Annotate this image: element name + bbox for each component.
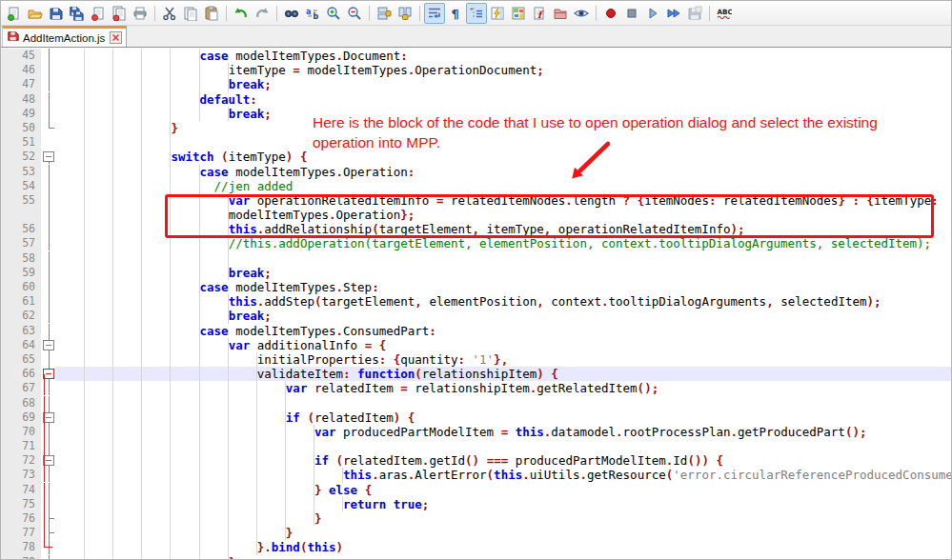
code-line[interactable]: case modelItemTypes.ConsumedPart:	[56, 324, 951, 338]
code-line[interactable]: switch (itemType) {	[56, 150, 951, 164]
code-line[interactable]: //this.addOperation(targetElement, eleme…	[56, 236, 951, 250]
function-list-icon[interactable]: f	[529, 3, 550, 24]
code-line[interactable]: } else {	[56, 483, 951, 497]
code-row: 73 this.aras.AlertError(this.uiUtils.get…	[1, 468, 951, 482]
spell-check-icon[interactable]: ABC	[714, 3, 735, 24]
code-line[interactable]: var relatedItem = relationshipItem.getRe…	[56, 381, 951, 395]
indent-guide-icon[interactable]	[466, 3, 487, 24]
show-all-chars-icon[interactable]: ¶	[445, 3, 466, 24]
code-line[interactable]: //jen added	[56, 179, 951, 193]
code-line[interactable]: case modelItemTypes.Step:	[56, 280, 951, 294]
code-line[interactable]	[56, 396, 951, 410]
play-macro-icon[interactable]	[642, 3, 663, 24]
zoom-in-icon[interactable]	[323, 3, 344, 24]
code-line[interactable]: }	[56, 526, 951, 540]
fold-toggle-icon[interactable]	[41, 338, 56, 352]
paste-icon[interactable]	[201, 3, 222, 24]
code-line[interactable]: var operationRelatedItemInfo = relatedIt…	[56, 193, 951, 208]
cut-icon[interactable]	[159, 3, 180, 24]
line-number: 69	[1, 410, 41, 425]
copy-icon[interactable]	[180, 3, 201, 24]
fold-toggle-icon[interactable]	[41, 150, 56, 164]
fold-margin	[41, 511, 56, 526]
code-editor[interactable]: 45 case modelItemTypes.Document:46 itemT…	[1, 49, 951, 559]
code-line[interactable]: break;	[56, 77, 951, 91]
tab-close-icon[interactable]	[110, 31, 122, 44]
stop-macro-icon[interactable]	[621, 3, 642, 24]
fold-toggle-icon[interactable]	[41, 410, 56, 425]
code-line[interactable]: break;	[56, 266, 951, 280]
line-number: 70	[1, 425, 41, 439]
code-line[interactable]: var producedPartModelItem = this.datamod…	[56, 425, 951, 439]
line-number: 63	[1, 324, 41, 338]
zoom-out-icon[interactable]	[344, 3, 365, 24]
folder-workspace-icon[interactable]	[550, 3, 571, 24]
code-line[interactable]: this.aras.AlertError(this.uiUtils.getRes…	[56, 468, 951, 482]
redo-icon[interactable]	[252, 3, 273, 24]
line-number: 52	[1, 150, 41, 164]
code-line[interactable]: if (relatedItem) {	[56, 410, 951, 425]
line-number: 49	[1, 107, 41, 121]
code-line[interactable]: this.addRelationship(targetElement, item…	[56, 222, 951, 236]
code-line[interactable]: };	[56, 555, 951, 560]
code-line[interactable]	[56, 135, 951, 150]
code-row: 56 this.addRelationship(targetElement, i…	[1, 222, 951, 236]
code-line[interactable]: if (relatedItem.getId() === producedPart…	[56, 453, 951, 468]
code-line[interactable]: itemType = modelItemTypes.OperationDocum…	[56, 63, 951, 77]
toolbar-separator	[596, 6, 597, 21]
code-line[interactable]: }	[56, 511, 951, 526]
fold-toggle-icon[interactable]	[41, 453, 56, 468]
code-line[interactable]: case modelItemTypes.Operation:	[56, 165, 951, 179]
line-number: 77	[1, 526, 41, 540]
code-line[interactable]: var additionalInfo = {	[56, 338, 951, 352]
code-line[interactable]: modelItemTypes.Operation};	[56, 208, 951, 222]
tab-title: AddItemAction.js	[23, 32, 105, 44]
line-number: 53	[1, 165, 41, 179]
save-macro-icon[interactable]	[684, 3, 705, 24]
record-macro-icon[interactable]	[600, 3, 621, 24]
code-line[interactable]	[56, 251, 951, 266]
close-file-icon[interactable]	[88, 3, 109, 24]
print-icon[interactable]	[130, 3, 151, 24]
code-line[interactable]: default:	[56, 92, 951, 107]
line-number: 48	[1, 92, 41, 107]
replace-icon[interactable]: ab	[302, 3, 323, 24]
monitoring-icon[interactable]	[571, 3, 592, 24]
fold-margin	[41, 352, 56, 367]
save-all-icon[interactable]	[67, 3, 88, 24]
code-line[interactable]: return true;	[56, 497, 951, 511]
new-file-icon[interactable]	[4, 3, 25, 24]
fold-toggle-icon[interactable]	[41, 367, 56, 381]
fold-margin	[41, 49, 56, 63]
code-line[interactable]: this.addStep(targetElement, elementPosit…	[56, 294, 951, 309]
code-line[interactable]: initialProperties: {quantity: '1'},	[56, 352, 951, 367]
code-row: 68	[1, 396, 951, 410]
line-number: 72	[1, 453, 41, 468]
code-line[interactable]: }	[56, 121, 951, 135]
code-line[interactable]: case modelItemTypes.Document:	[56, 49, 951, 63]
open-file-icon[interactable]	[25, 3, 46, 24]
code-row: 53 case modelItemTypes.Operation:	[1, 165, 951, 179]
sync-vertical-icon[interactable]	[374, 3, 395, 24]
code-line[interactable]: break;	[56, 107, 951, 121]
run-macro-multiple-icon[interactable]	[663, 3, 684, 24]
save-icon[interactable]	[46, 3, 67, 24]
code-line[interactable]: break;	[56, 309, 951, 323]
doc-map-icon[interactable]	[487, 3, 508, 24]
code-row: 47 break;	[1, 77, 951, 91]
fold-margin	[41, 77, 56, 91]
undo-icon[interactable]	[231, 3, 252, 24]
close-all-icon[interactable]	[109, 3, 130, 24]
file-browser-icon[interactable]	[508, 3, 529, 24]
code-line[interactable]: validateItem: function(relationshipItem)…	[56, 367, 951, 381]
fold-margin	[41, 107, 56, 121]
code-line[interactable]	[56, 439, 951, 453]
find-icon[interactable]	[281, 3, 302, 24]
sync-horizontal-icon[interactable]	[395, 3, 415, 24]
svg-text:¶: ¶	[452, 7, 459, 21]
tab-additemaction[interactable]: AddItemAction.js	[2, 26, 127, 47]
word-wrap-icon[interactable]	[424, 3, 445, 24]
fold-margin	[41, 266, 56, 280]
code-line[interactable]: }.bind(this)	[56, 540, 951, 554]
line-number: 46	[1, 63, 41, 77]
